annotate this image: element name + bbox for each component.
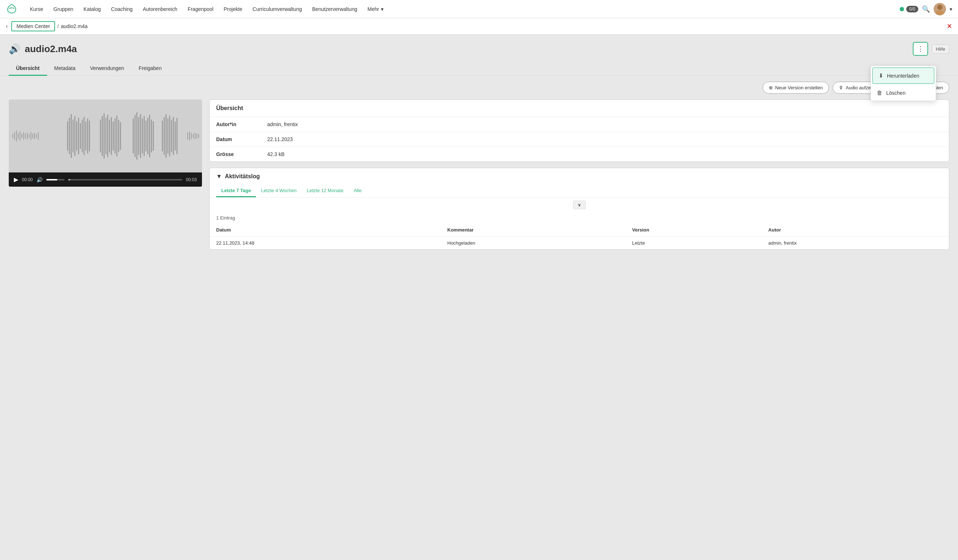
field-label-groesse: Grösse [209,147,261,162]
progress-bar[interactable] [68,179,182,181]
audio-container: ▶ 00:00 🔊 00:03 [9,100,202,250]
nav-item-katalog[interactable]: Katalog [78,0,106,18]
svg-rect-63 [187,132,188,140]
svg-rect-34 [107,115,108,157]
svg-rect-59 [171,120,172,152]
svg-rect-51 [149,115,150,157]
svg-rect-8 [23,132,24,140]
volume-button[interactable]: 🔊 [36,177,43,182]
svg-rect-14 [34,133,35,139]
svg-rect-45 [138,117,139,155]
svg-rect-65 [191,133,192,139]
tab-verwendungen[interactable]: Verwendungen [83,62,131,76]
svg-rect-7 [22,134,22,138]
svg-rect-39 [116,116,117,156]
nav-item-curriculumverwaltung[interactable]: Curriculumverwaltung [247,0,307,18]
field-value-groesse: 42.3 kB [261,147,949,162]
tab-freigaben[interactable]: Freigaben [131,62,169,76]
nav-chevron[interactable]: ▾ [950,6,952,12]
cell-datum: 22.11.2023, 14:48 [209,236,441,250]
svg-rect-56 [165,114,167,158]
svg-rect-53 [153,121,154,151]
activity-tab-bar: Letzte 7 Tage Letzte 4 Wochen Letzte 12 … [209,185,949,198]
breadcrumb-current: audio2.m4a [61,23,87,29]
svg-rect-24 [80,123,81,149]
svg-rect-28 [87,119,88,154]
svg-rect-17 [67,121,68,151]
nav-item-kurse[interactable]: Kurse [25,0,49,18]
svg-rect-25 [82,120,83,152]
volume-bar[interactable] [46,179,65,181]
tab-metadata[interactable]: Metadata [47,62,83,76]
entry-count: 1 Eintrag [209,212,949,224]
svg-rect-4 [16,130,17,141]
activity-tab-4wochen[interactable]: Letzte 4 Wochen [256,185,301,197]
svg-rect-67 [195,133,195,139]
table-row: Autor*in admin, frentix [209,117,949,132]
svg-rect-13 [32,133,33,138]
avatar[interactable] [934,3,946,15]
page-header: 🔊 audio2.m4a ⋮ Hilfe [0,35,958,56]
nav-item-fragenpool[interactable]: Fragenpool [182,0,219,18]
nav-item-mehr[interactable]: Mehr ▾ [362,0,389,18]
nav-item-gruppen[interactable]: Gruppen [49,0,78,18]
svg-rect-21 [75,116,75,156]
svg-rect-23 [78,118,79,154]
search-button[interactable]: 🔍 [922,5,930,13]
header-right: ⋮ Hilfe [913,42,949,56]
svg-rect-30 [100,120,101,152]
activity-tab-12monate[interactable]: Letzte 12 Monate [302,185,349,197]
col-datum: Datum [209,224,441,236]
field-label-datum: Datum [209,132,261,147]
nav-right: 0/0 🔍 ▾ [900,3,952,15]
nav-item-benutzerverwaltung[interactable]: Benutzerverwaltung [307,0,362,18]
svg-rect-31 [102,116,103,156]
svg-rect-10 [27,133,28,139]
activity-table: Datum Kommentar Version Autor 22.11.2023… [209,224,949,249]
breadcrumb: ‹ Medien Center / audio2.m4a ✕ [0,18,958,35]
dropdown-item-loeschen[interactable]: 🗑 Löschen [871,85,936,101]
neue-version-button[interactable]: ⊕ Neue Version erstellen [763,82,829,94]
svg-rect-55 [164,117,165,155]
logo[interactable] [6,3,17,15]
svg-rect-11 [29,134,30,138]
expand-button[interactable]: ∨ [573,200,586,209]
breadcrumb-back-button[interactable]: ‹ [6,23,8,30]
player-controls: ▶ 00:00 🔊 00:03 [9,173,202,187]
activity-tab-7tage[interactable]: Letzte 7 Tage [216,185,256,197]
breadcrumb-medien-center[interactable]: Medien Center [11,21,55,31]
tab-uebersicht[interactable]: Übersicht [9,62,47,76]
action-bar: ⊕ Neue Version erstellen 🎙 Audio aufzeic… [0,76,958,100]
plus-icon: ⊕ [769,85,773,90]
activity-tab-alle[interactable]: Alle [349,185,367,197]
field-label-autor: Autor*in [209,117,261,132]
col-version: Version [625,224,762,236]
waveform [9,100,202,173]
activity-arrow: ▼ [216,173,222,180]
mic-icon: 🎙 [839,85,844,90]
nav-item-autorenbereich[interactable]: Autorenbereich [138,0,182,18]
breadcrumb-close-button[interactable]: ✕ [947,22,952,30]
nav-item-coaching[interactable]: Coaching [106,0,138,18]
svg-rect-62 [176,118,178,154]
table-row: Datum 22.11.2023 [209,132,949,147]
svg-rect-40 [118,120,119,152]
svg-rect-41 [120,122,121,150]
dropdown-item-herunterladen[interactable]: ⬇ Herunterladen [872,67,934,84]
overview-title: Übersicht [209,100,949,117]
svg-rect-64 [189,132,190,140]
svg-rect-35 [109,120,110,152]
svg-point-1 [936,10,944,15]
play-button[interactable]: ▶ [14,176,18,183]
cell-version: Letzte [625,236,762,250]
field-value-datum: 22.11.2023 [261,132,949,147]
overview-card: Übersicht Autor*in admin, frentix Datum … [209,100,949,162]
current-time: 00:00 [22,177,33,182]
hilfe-button[interactable]: Hilfe [932,44,949,54]
svg-point-0 [937,5,942,10]
table-header-row: Datum Kommentar Version Autor [209,224,949,236]
kebab-menu-button[interactable]: ⋮ [913,42,928,56]
svg-rect-33 [105,118,106,154]
tab-bar: Übersicht Metadata Verwendungen Freigabe… [0,56,958,76]
nav-item-projekte[interactable]: Projekte [218,0,247,18]
